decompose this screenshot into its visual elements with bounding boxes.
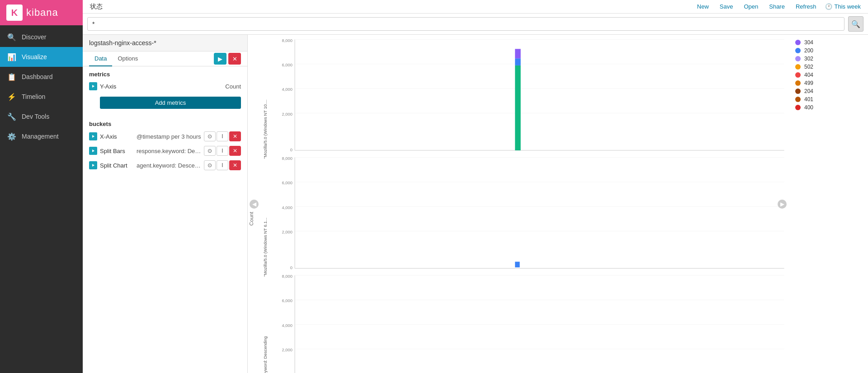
x-axis-toggle[interactable]	[89, 132, 97, 140]
index-pattern: logstash-nginx-access-*	[83, 35, 247, 51]
content-area: logstash-nginx-access-* Data Options ▶ ✕…	[83, 35, 868, 373]
split-chart-delete-btn[interactable]: ✕	[229, 160, 241, 170]
discard-button[interactable]: ✕	[228, 53, 241, 65]
legend-dot-304	[795, 40, 801, 45]
svg-text:2,000: 2,000	[282, 230, 292, 234]
sidebar-item-timelion[interactable]: ⚡ Timelion	[0, 87, 83, 107]
legend-item-204: 204	[795, 88, 862, 94]
run-button[interactable]: ▶	[214, 53, 226, 65]
refresh-button[interactable]: Refresh	[794, 3, 818, 10]
sidebar-item-label: Dashboard	[22, 73, 53, 80]
x-axis-delete-btn[interactable]: ✕	[229, 131, 241, 141]
legend-dot-401	[795, 97, 801, 102]
sidebar-item-visualize[interactable]: 📊 Visualize	[0, 47, 83, 67]
sidebar-item-label: Visualize	[22, 53, 47, 61]
tab-options[interactable]: Options	[112, 51, 143, 66]
metrics-section-header: metrics	[83, 66, 247, 79]
sidebar-nav: 🔍 Discover 📊 Visualize 📋 Dashboard ⚡ Tim…	[0, 27, 83, 373]
y-axis-value: Count	[225, 83, 241, 90]
x-axis-toggle-btn[interactable]: ⊙	[204, 131, 216, 141]
logo-icon: K	[6, 5, 23, 21]
legend-dot-400	[795, 105, 801, 110]
svg-text:"Mozilla/5.0 (Windows NT 10...: "Mozilla/5.0 (Windows NT 10....	[263, 100, 268, 159]
split-bars-value: response.keyword: Descending	[137, 148, 201, 154]
legend-dot-204	[795, 89, 801, 94]
legend-item-200: 200	[795, 47, 862, 54]
page-title: 状态	[90, 3, 103, 11]
x-axis-row: X-Axis @timestamp per 3 hours ⊙ I ✕	[83, 129, 247, 144]
legend-item-404: 404	[795, 72, 862, 78]
sidebar-item-devtools[interactable]: 🔧 Dev Tools	[0, 107, 83, 126]
svg-marker-3	[92, 164, 94, 167]
visualize-icon: 📊	[7, 52, 16, 61]
svg-text:2,000: 2,000	[282, 348, 292, 352]
search-button[interactable]: 🔍	[848, 16, 863, 32]
open-button[interactable]: Open	[742, 3, 760, 10]
sidebar-item-label: Dev Tools	[22, 113, 49, 120]
svg-text:6,000: 6,000	[282, 181, 292, 185]
devtools-icon: 🔧	[7, 112, 16, 121]
svg-rect-19	[515, 49, 520, 58]
search-input[interactable]	[87, 17, 844, 31]
tab-data[interactable]: Data	[89, 51, 112, 66]
split-chart-controls: ⊙ I ✕	[204, 160, 241, 170]
svg-text:Count: Count	[249, 211, 255, 225]
y-axis-toggle[interactable]	[89, 82, 97, 90]
x-axis-edit-btn[interactable]: I	[217, 131, 228, 141]
split-bars-edit-btn[interactable]: I	[217, 146, 228, 156]
svg-text:8,000: 8,000	[282, 38, 292, 43]
y-axis-item: Y-Axis Count	[83, 79, 247, 93]
legend-item-304: 304	[795, 39, 862, 46]
svg-text:0: 0	[290, 266, 292, 270]
sidebar-item-management[interactable]: ⚙️ Management	[0, 126, 83, 146]
split-chart-toggle[interactable]	[89, 161, 97, 169]
svg-text:"Mozilla/5.0 (Windows NT 6.1..: "Mozilla/5.0 (Windows NT 6.1...	[263, 218, 268, 277]
legend-item-400: 400	[795, 104, 862, 111]
app-logo[interactable]: K kibana	[0, 0, 83, 25]
legend-label-204: 204	[804, 88, 813, 94]
chart-nav-right[interactable]: ▶	[778, 200, 787, 209]
split-chart-value: agent.keyword: Descending	[137, 162, 201, 169]
searchbar: 🔍	[83, 14, 868, 35]
legend-dot-502	[795, 64, 801, 70]
add-metrics-button[interactable]: Add metrics	[100, 97, 241, 109]
split-bars-delete-btn[interactable]: ✕	[229, 146, 241, 156]
timerange-picker[interactable]: 🕐 This week	[825, 3, 861, 10]
split-bars-toggle[interactable]	[89, 147, 97, 155]
left-panel: logstash-nginx-access-* Data Options ▶ ✕…	[83, 35, 248, 373]
save-button[interactable]: Save	[718, 3, 735, 10]
sidebar-item-label: Discover	[22, 33, 46, 41]
new-button[interactable]: New	[695, 3, 711, 10]
legend-item-302: 302	[795, 56, 862, 62]
main-area: 状态 New Save Open Share Refresh 🕐 This we…	[83, 0, 868, 373]
topbar: 状态 New Save Open Share Refresh 🕐 This we…	[83, 0, 868, 14]
legend-dot-200	[795, 48, 801, 53]
split-chart-edit-btn[interactable]: I	[217, 160, 228, 170]
panel-tabs: Data Options ▶ ✕	[83, 51, 247, 66]
timerange-label: This week	[834, 3, 861, 10]
svg-marker-0	[92, 85, 94, 88]
svg-rect-32	[515, 262, 519, 268]
split-bars-toggle-btn[interactable]: ⊙	[204, 146, 216, 156]
legend-dot-499	[795, 80, 801, 86]
split-chart-toggle-btn[interactable]: ⊙	[204, 160, 216, 170]
chart-svg: Count 8,000 6,000 4,000 2,000	[248, 35, 789, 373]
app-name: kibana	[26, 7, 58, 19]
sidebar-item-dashboard[interactable]: 📋 Dashboard	[0, 67, 83, 87]
chart-container: Count 8,000 6,000 4,000 2,000	[248, 35, 868, 373]
legend-label-304: 304	[804, 39, 813, 46]
svg-text:"...agent.keyword: Descending: "...agent.keyword: Descending	[263, 336, 268, 373]
share-button[interactable]: Share	[767, 3, 787, 10]
x-axis-controls: ⊙ I ✕	[204, 131, 241, 141]
chart-nav-left[interactable]: ◀	[250, 200, 259, 209]
legend-label-400: 400	[804, 104, 813, 111]
svg-text:0: 0	[290, 148, 292, 152]
legend-item-401: 401	[795, 96, 862, 103]
sidebar-item-label: Management	[22, 133, 59, 140]
sidebar-item-discover[interactable]: 🔍 Discover	[0, 27, 83, 47]
legend-label-502: 502	[804, 64, 813, 70]
split-chart-label: Split Chart	[100, 162, 134, 169]
legend-dot-302	[795, 56, 801, 61]
svg-text:4,000: 4,000	[282, 323, 292, 328]
svg-text:8,000: 8,000	[282, 156, 292, 161]
